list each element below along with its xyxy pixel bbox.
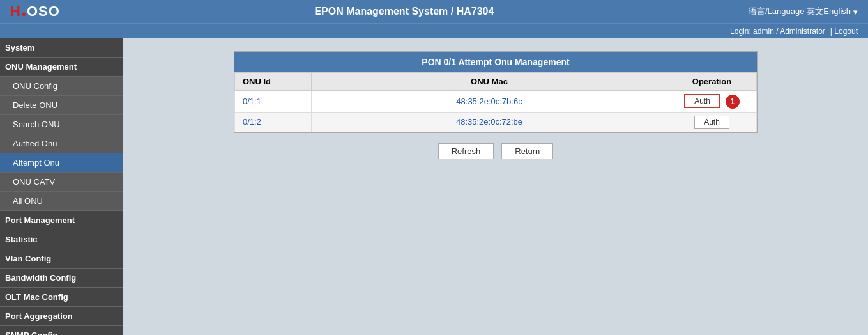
button-row: Refresh Return bbox=[136, 133, 855, 169]
main-layout: SystemONU ManagementONU ConfigDelete ONU… bbox=[0, 38, 868, 335]
content-area: PON 0/1 Attempt Onu Management ONU Id ON… bbox=[123, 38, 868, 335]
sidebar-item-port-aggregation[interactable]: Port Aggregation bbox=[0, 307, 123, 326]
badge: 1 bbox=[726, 95, 740, 109]
table-row: 0/1:148:35:2e:0c:7b:6cAuth1 bbox=[235, 91, 757, 113]
sidebar-item-authed-onu[interactable]: Authed Onu bbox=[0, 134, 123, 153]
table-row: 0/1:248:35:2e:0c:72:beAuth bbox=[235, 112, 757, 132]
table-header-row: ONU Id ONU Mac Operation bbox=[235, 73, 757, 91]
login-info: Login: admin / Administrator bbox=[730, 27, 825, 36]
header-top: H■OSO EPON Management System / HA7304 语言… bbox=[0, 0, 868, 23]
refresh-button[interactable]: Refresh bbox=[438, 143, 494, 159]
cell-onu-id: 0/1:2 bbox=[235, 112, 312, 132]
cell-onu-id: 0/1:1 bbox=[235, 91, 312, 113]
cell-operation: Auth1 bbox=[667, 91, 757, 113]
sidebar-item-olt-mac-config[interactable]: OLT Mac Config bbox=[0, 288, 123, 307]
sidebar-item-onu-management[interactable]: ONU Management bbox=[0, 58, 123, 77]
sidebar-item-port-management[interactable]: Port Management bbox=[0, 211, 123, 230]
sidebar-item-onu-catv[interactable]: ONU CATV bbox=[0, 173, 123, 192]
header-title: EPON Management System / HA7304 bbox=[314, 6, 494, 17]
sidebar-item-snmp-config[interactable]: SNMP Config bbox=[0, 326, 123, 335]
return-button[interactable]: Return bbox=[501, 143, 553, 159]
logo: H■OSO bbox=[10, 3, 60, 20]
lang-dropdown-icon[interactable]: ▾ bbox=[853, 7, 858, 17]
onu-table: ONU Id ONU Mac Operation 0/1:148:35:2e:0… bbox=[234, 72, 757, 132]
logo-text: H■OSO bbox=[10, 3, 60, 20]
auth-button-0[interactable]: Auth bbox=[684, 94, 720, 108]
col-header-onu-id: ONU Id bbox=[235, 73, 312, 91]
sidebar-item-bandwidth-config[interactable]: Bandwidth Config bbox=[0, 269, 123, 288]
col-header-operation: Operation bbox=[667, 73, 757, 91]
sidebar-item-onu-config[interactable]: ONU Config bbox=[0, 77, 123, 96]
main-table-container: PON 0/1 Attempt Onu Management ONU Id ON… bbox=[234, 51, 758, 133]
sidebar-item-system[interactable]: System bbox=[0, 38, 123, 58]
logout-link[interactable]: | Logout bbox=[830, 27, 858, 36]
cell-onu-mac: 48:35:2e:0c:72:be bbox=[312, 112, 667, 132]
sidebar-item-search-onu[interactable]: Search ONU bbox=[0, 115, 123, 134]
sidebar-item-statistic[interactable]: Statistic bbox=[0, 230, 123, 249]
col-header-onu-mac: ONU Mac bbox=[312, 73, 667, 91]
cell-onu-mac: 48:35:2e:0c:7b:6c bbox=[312, 91, 667, 113]
lang-select[interactable]: 英文English bbox=[807, 6, 851, 17]
sidebar-item-delete-onu[interactable]: Delete ONU bbox=[0, 96, 123, 115]
sidebar-item-all-onu[interactable]: All ONU bbox=[0, 192, 123, 211]
sidebar-item-vlan-config[interactable]: Vlan Config bbox=[0, 249, 123, 269]
header-lang: 语言/Language 英文English ▾ bbox=[749, 6, 858, 17]
sidebar: SystemONU ManagementONU ConfigDelete ONU… bbox=[0, 38, 123, 335]
header-bottom: Login: admin / Administrator | Logout bbox=[0, 23, 868, 38]
auth-button-1[interactable]: Auth bbox=[694, 116, 729, 129]
lang-label: 语言/Language bbox=[749, 6, 804, 17]
table-title: PON 0/1 Attempt Onu Management bbox=[234, 52, 757, 72]
cell-operation: Auth bbox=[667, 112, 757, 132]
sidebar-item-attempt-onu[interactable]: Attempt Onu bbox=[0, 153, 123, 173]
